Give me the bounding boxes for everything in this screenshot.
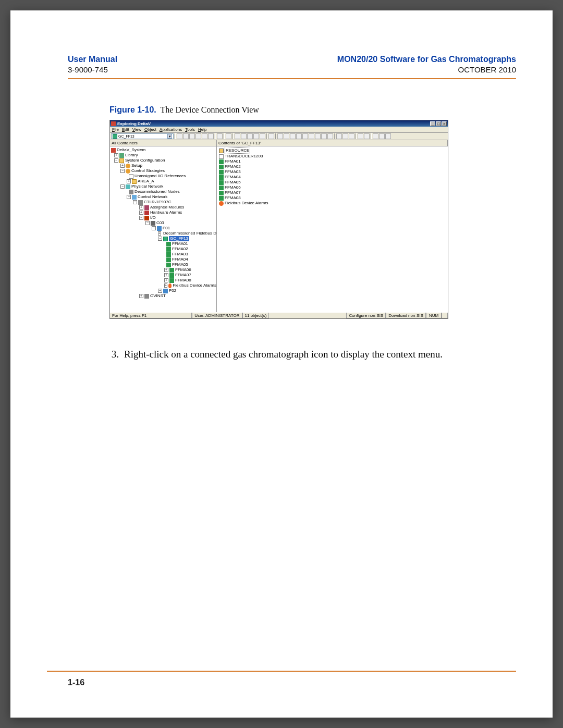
toolbar-button[interactable]	[385, 133, 391, 139]
chevron-down-icon[interactable]: ▾	[167, 134, 172, 139]
tree-gc-selected[interactable]: GC_FF13	[169, 236, 189, 241]
toolbar-button[interactable]	[208, 133, 214, 139]
toolbar-button[interactable]	[260, 133, 265, 139]
collapse-icon[interactable]: −	[158, 237, 162, 241]
tree-io[interactable]: I/O	[150, 215, 156, 220]
collapse-icon[interactable]: −	[152, 226, 156, 230]
collapse-icon[interactable]: −	[127, 195, 131, 199]
menu-applications[interactable]: Applications	[160, 127, 182, 132]
list-ffma[interactable]: FFMA01	[225, 159, 241, 164]
expand-icon[interactable]: +	[139, 211, 143, 215]
expand-icon[interactable]: +	[158, 231, 161, 236]
toolbar-button[interactable]	[302, 133, 308, 139]
toolbar-button[interactable]	[268, 133, 274, 139]
toolbar-button[interactable]	[195, 133, 201, 139]
toolbar-button[interactable]	[309, 133, 314, 139]
toolbar-button[interactable]	[202, 133, 207, 139]
toolbar-button[interactable]	[373, 133, 378, 139]
tree-area[interactable]: AREA_A	[138, 179, 154, 184]
toolbar-button[interactable]	[315, 133, 321, 139]
expand-icon[interactable]: +	[114, 153, 118, 157]
tree-fbalarms[interactable]: Fieldbus Device Alarms	[173, 283, 216, 288]
list-ffma[interactable]: FFMA07	[225, 190, 241, 195]
toolbar-button[interactable]	[349, 133, 354, 139]
tree-root[interactable]: DeltaV_System	[117, 147, 145, 153]
toolbar-button[interactable]	[284, 133, 289, 139]
list-fbalarms[interactable]: Fieldbus Device Alarms	[225, 201, 268, 206]
tree-unassigned[interactable]: Unassigned I/O References	[134, 174, 186, 179]
list-ffma[interactable]: FFMA06	[225, 185, 241, 190]
list-resource[interactable]: RESOURCE	[225, 147, 250, 154]
menu-tools[interactable]: Tools	[185, 127, 195, 132]
list-ffma[interactable]: FFMA04	[225, 175, 241, 180]
tree-library[interactable]: Library	[125, 153, 138, 158]
toolbar-button[interactable]	[217, 133, 223, 139]
col-right-header[interactable]: Contents of 'GC_FF13'	[217, 140, 448, 146]
tree-ffma[interactable]: FFMA05	[172, 262, 188, 267]
toolbar-button[interactable]	[321, 133, 327, 139]
expand-icon[interactable]: +	[127, 179, 131, 183]
tree-ffma[interactable]: FFMA01	[172, 241, 188, 246]
expand-icon[interactable]: +	[164, 273, 168, 277]
menu-object[interactable]: Object	[144, 127, 156, 132]
tree-physnet[interactable]: Physical Network	[131, 184, 163, 189]
tree-ffma[interactable]: FFMA08	[175, 278, 191, 283]
toolbar-button[interactable]	[290, 133, 296, 139]
collapse-icon[interactable]: −	[139, 216, 143, 220]
expand-icon[interactable]: +	[120, 164, 125, 168]
close-button[interactable]: ×	[442, 121, 447, 126]
list-pane[interactable]: RESOURCE TRANSDUCER1200 FFMA01 FFMA02 FF…	[217, 146, 448, 312]
tree-ffma[interactable]: FFMA02	[172, 246, 188, 252]
tree-assigned[interactable]: Assigned Modules	[150, 205, 184, 210]
collapse-icon[interactable]: −	[114, 158, 118, 163]
collapse-icon[interactable]: −	[120, 169, 125, 173]
expand-icon[interactable]: +	[164, 283, 167, 288]
list-ffma[interactable]: FFMA08	[225, 195, 241, 201]
expand-icon[interactable]: +	[158, 289, 162, 293]
tree-ffma[interactable]: FFMA04	[172, 257, 188, 262]
tree-ffma[interactable]: FFMA07	[175, 273, 191, 278]
toolbar-button[interactable]	[241, 133, 247, 139]
toolbar-button[interactable]	[177, 133, 182, 139]
list-ffma[interactable]: FFMA05	[225, 180, 241, 185]
tree-decommfb[interactable]: Decommissioned Fieldbus Devices	[163, 231, 217, 236]
menu-view[interactable]: View	[132, 127, 141, 132]
expand-icon[interactable]: +	[139, 294, 143, 298]
toolbar-button[interactable]	[189, 133, 195, 139]
toolbar-button[interactable]	[379, 133, 385, 139]
tree-p01[interactable]: P01	[163, 226, 170, 231]
tree-ctrlstrat[interactable]: Control Strategies	[131, 168, 165, 174]
tree-ovinst[interactable]: OVINST	[150, 293, 166, 299]
tree-c03[interactable]: C03	[156, 220, 164, 226]
toolbar-button[interactable]	[277, 133, 283, 139]
menu-file[interactable]: FFileile	[112, 127, 119, 132]
toolbar-button[interactable]	[253, 133, 259, 139]
toolbar-button[interactable]	[336, 133, 342, 139]
toolbar-button[interactable]	[296, 133, 302, 139]
col-left-header[interactable]: All Containers	[110, 140, 217, 146]
tree-p02[interactable]: P02	[169, 288, 176, 293]
tree-ctrlnet[interactable]: Control Network	[138, 194, 167, 200]
collapse-icon[interactable]: −	[145, 221, 150, 225]
toolbar-button[interactable]	[226, 133, 231, 139]
tree-hwalarms[interactable]: Hardware Alarms	[150, 210, 182, 215]
tree-ffma[interactable]: FFMA03	[172, 252, 188, 257]
menu-help[interactable]: Help	[198, 127, 206, 132]
tree-setup[interactable]: Setup	[131, 163, 142, 168]
toolbar-button[interactable]	[342, 133, 348, 139]
tree-ffma[interactable]: FFMA06	[175, 267, 191, 273]
toolbar-button[interactable]	[364, 133, 370, 139]
expand-icon[interactable]: +	[164, 268, 168, 272]
toolbar-button[interactable]	[327, 133, 333, 139]
resize-grip-icon[interactable]	[442, 313, 448, 318]
tree-pane[interactable]: DeltaV_System +Library −System Configura…	[110, 146, 217, 312]
toolbar-button[interactable]	[358, 133, 363, 139]
address-combo[interactable]: GC_FF13 ▾	[111, 133, 174, 139]
list-ffma[interactable]: FFMA03	[225, 169, 241, 175]
toolbar-button[interactable]	[235, 133, 240, 139]
minimize-button[interactable]: _	[430, 121, 435, 126]
tree-decomm[interactable]: Decommissioned Nodes	[134, 189, 180, 194]
list-ffma[interactable]: FFMA02	[225, 164, 241, 169]
expand-icon[interactable]: +	[164, 278, 168, 282]
menu-edit[interactable]: Edit	[122, 127, 129, 132]
